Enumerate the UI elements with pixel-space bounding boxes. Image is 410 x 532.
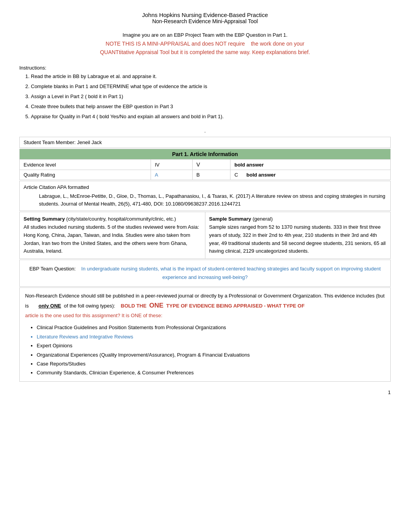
instructions-label: Instructions: [19,64,391,72]
evidence-label: Evidence level [20,160,151,170]
setting-text: All studies included nursing students. 5… [24,224,199,254]
non-research-para: Non-Research Evidence should still be pu… [25,292,385,311]
intro-line2: NOTE THIS IS A MINI-APPRAISAL and does N… [19,39,391,48]
instructions-section: Instructions: Read the article in BB by … [19,64,391,121]
bullet-item-5: Case Reports/Studies [37,359,385,368]
intro-line2-part1: NOTE THIS IS A MINI-APPRAISAL and does N… [106,41,245,47]
page-header: Johns Hopkins Nursing Evidence-Based Pra… [19,12,391,24]
setting-label: Setting Summary [24,216,65,222]
non-research-section: Non-Research Evidence should still be pu… [19,287,391,381]
intro-line1: Imagine you are on an EBP Project Team w… [19,31,391,39]
quality-answer: bold answer [246,172,276,178]
bullet-item-2: Literature Reviews and Integrative Revie… [37,332,385,341]
citation-title: Article Citation APA formatted [24,184,386,190]
quality-c: C [234,172,238,178]
instructions-list: Read the article in BB by Labrague et al… [31,72,391,121]
part1-header: Part 1. Article Information [20,149,391,160]
evidence-answer: bold answer [230,160,391,170]
ebp-question-text: In undergraduate nursing students, what … [81,266,381,280]
student-member-bar: Student Team Member: Jeneil Jack [19,137,391,148]
quality-b: B [192,170,230,180]
setting-sublabel: (city/state/country, hospital/community/… [66,216,176,222]
intro-line3: QUANTtitative Appraisal Tool but it is c… [19,48,391,56]
citation-text: Labrague, L., McEnroe-Petitte, D., Gloe,… [24,192,386,207]
setting-summary-col: Setting Summary (city/state/country, hos… [20,212,205,258]
quality-a: A [151,170,192,180]
part1-table: Part 1. Article Information Evidence lev… [19,149,391,180]
quality-row: Quality Rating A B C bold answer [20,170,391,180]
bullet-item-3: Expert Opinions [37,341,385,350]
non-research-text3: article is the one used for this assignm… [25,311,385,320]
evidence-iv: IV [151,160,192,170]
bold-caps-text: BOLD THE ONE TYPE OF EVIDENCE BEING APPR… [121,303,305,309]
article-citation-section: Article Citation APA formatted Labrague,… [19,181,391,211]
instruction-item-3: Assign a Level in Part 2 ( bold it in Pa… [31,92,391,101]
evidence-v: V [192,160,230,170]
ebp-question-section: EBP Team Question: In undergraduate nurs… [19,260,391,287]
only-one-text: only ONE [39,303,61,309]
quality-c-and-answer: C bold answer [230,170,391,180]
evidence-row: Evidence level IV V bold answer [20,160,391,170]
sample-summary-col: Sample Summary (general) Sample sizes ra… [205,212,391,258]
instruction-item-1: Read the article in BB by Labrague et al… [31,72,391,81]
page-number: 1 [19,389,391,395]
bullet-item-4: Organizational Experiences (Quality Impr… [37,350,385,359]
two-col-section: Setting Summary (city/state/country, hos… [19,212,391,259]
bullet-item-6: Community Standards, Clinician Experienc… [37,368,385,377]
intro-section: Imagine you are on an EBP Project Team w… [19,31,391,57]
sample-sublabel: (general) [252,216,273,222]
header-subtitle: Non-Research Evidence Mini-Appraisal Too… [19,18,391,24]
header-title: Johns Hopkins Nursing Evidence-Based Pra… [19,12,391,18]
ebp-label: EBP Team Question: [29,266,76,272]
student-member-label: Student Team Member: Jeneil Jack [24,139,102,145]
instruction-item-4: Create three bullets that help answer th… [31,102,391,111]
instruction-item-2: Complete blanks in Part 1 and DETERMINE … [31,82,391,91]
bullet-list: Clinical Practice Guidelines and Positio… [37,323,385,377]
quality-label: Quality Rating [20,170,151,180]
instruction-item-5: Appraise for Quality in Part 4 ( bold Ye… [31,112,391,121]
separator: . [19,128,391,134]
sample-label: Sample Summary [209,216,251,222]
bullet-item-1: Clinical Practice Guidelines and Positio… [37,323,385,332]
non-research-text2: of the foll owing types): [64,303,115,309]
sample-text: Sample sizes ranged from 52 to 1370 nurs… [209,224,386,254]
intro-line2-part2: the work done on your [251,41,305,47]
